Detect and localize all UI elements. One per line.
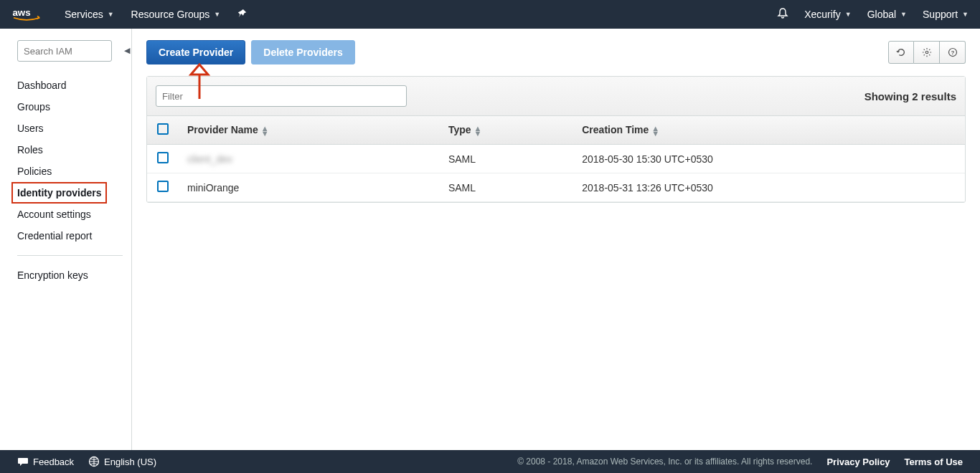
sidebar-item-identity-providers[interactable]: Identity providers [11,182,107,204]
provider-time-cell: 2018-05-31 13:26 UTC+0530 [573,173,965,202]
sidebar-item-policies[interactable]: Policies [17,161,123,182]
top-nav: aws Services ▼ Resource Groups ▼ Xecurif… [0,0,980,29]
content-area: Create Provider Delete Providers ? S [132,29,980,450]
nav-services[interactable]: Services ▼ [65,9,114,20]
chevron-down-icon: ▼ [108,11,114,18]
settings-icon[interactable] [914,41,940,64]
svg-text:?: ? [951,49,954,56]
toolbar: Create Provider Delete Providers ? [146,40,966,64]
select-all-checkbox[interactable] [157,123,169,135]
sort-icon: ▲▼ [261,126,269,136]
feedback-link[interactable]: Feedback [17,456,74,467]
sort-icon: ▲▼ [474,126,482,136]
table-row[interactable]: client_dev SAML 2018-05-30 15:30 UTC+053… [147,145,965,173]
table-filter-bar: Showing 2 results [147,77,965,116]
sidebar-divider [17,255,123,256]
notifications-icon[interactable] [777,7,788,22]
column-type[interactable]: Type▲▼ [440,116,573,145]
table-header-row: Provider Name▲▼ Type▲▼ Creation Time▲▼ [147,116,965,145]
sidebar-item-encryption-keys[interactable]: Encryption keys [17,264,123,286]
sidebar-collapse-icon[interactable]: ◀ [122,43,132,57]
create-provider-button[interactable]: Create Provider [146,40,245,64]
sidebar-item-roles[interactable]: Roles [17,139,123,161]
copyright-text: © 2008 - 2018, Amazon Web Services, Inc.… [517,457,812,467]
sidebar-nav: Dashboard Groups Users Roles Policies Id… [17,75,123,247]
sidebar-nav-secondary: Encryption keys [17,264,123,286]
sidebar: ◀ Dashboard Groups Users Roles Policies … [0,29,132,450]
row-checkbox[interactable] [157,181,169,192]
chevron-down-icon: ▼ [845,11,852,18]
provider-name-cell: miniOrange [179,173,440,202]
language-label: English (US) [104,457,156,467]
refresh-icon[interactable] [888,41,914,64]
provider-type-cell: SAML [440,173,573,202]
sidebar-item-groups[interactable]: Groups [17,96,123,118]
column-provider-name[interactable]: Provider Name▲▼ [179,116,440,145]
nav-region-label: Global [867,9,896,20]
search-input[interactable] [17,40,112,62]
column-creation-time[interactable]: Creation Time▲▼ [573,116,965,145]
nav-account[interactable]: Xecurify ▼ [804,9,852,20]
delete-providers-button[interactable]: Delete Providers [251,40,355,64]
provider-time-cell: 2018-05-30 15:30 UTC+0530 [573,145,965,173]
chevron-down-icon: ▼ [962,11,969,18]
main-layout: ◀ Dashboard Groups Users Roles Policies … [0,29,980,450]
nav-support-label: Support [923,9,958,20]
feedback-label: Feedback [33,457,74,467]
provider-type-cell: SAML [440,145,573,173]
sidebar-item-dashboard[interactable]: Dashboard [17,75,123,96]
chevron-down-icon: ▼ [214,11,220,18]
nav-region[interactable]: Global ▼ [867,9,907,20]
aws-logo[interactable]: aws [11,6,47,22]
sidebar-item-credential-report[interactable]: Credential report [17,225,123,247]
nav-resource-groups[interactable]: Resource Groups ▼ [131,9,221,20]
footer: Feedback English (US) © 2008 - 2018, Ama… [0,450,980,473]
nav-resource-groups-label: Resource Groups [131,9,210,20]
nav-account-label: Xecurify [804,9,841,20]
provider-name-cell: client_dev [187,153,232,165]
results-count: Showing 2 results [864,90,956,102]
svg-point-1 [925,51,928,54]
svg-text:aws: aws [12,7,30,18]
privacy-policy-link[interactable]: Privacy Policy [826,457,890,467]
pin-icon[interactable] [237,9,248,21]
providers-table: Showing 2 results Provider Name▲▼ Type▲▼… [146,76,966,203]
nav-services-label: Services [65,9,103,20]
table-row[interactable]: miniOrange SAML 2018-05-31 13:26 UTC+053… [147,173,965,202]
chevron-down-icon: ▼ [900,11,907,18]
help-icon[interactable]: ? [940,41,966,64]
sidebar-item-account-settings[interactable]: Account settings [17,204,123,225]
terms-link[interactable]: Terms of Use [905,457,963,467]
row-checkbox[interactable] [157,152,169,163]
filter-input[interactable] [156,85,407,107]
sidebar-item-users[interactable]: Users [17,118,123,139]
language-selector[interactable]: English (US) [88,456,156,467]
sort-icon: ▲▼ [651,126,659,136]
nav-support[interactable]: Support ▼ [923,9,969,20]
